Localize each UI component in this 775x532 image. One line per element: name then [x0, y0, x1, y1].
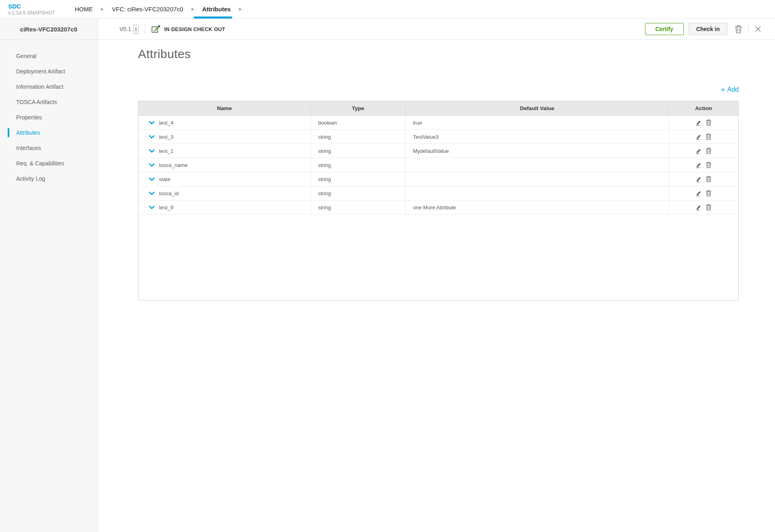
table-header-row: Name Type Default Value Action: [138, 101, 738, 116]
name-cell: tosca_name: [138, 158, 310, 172]
version-dropdown[interactable]: ▲ ▼: [133, 25, 139, 34]
lifecycle-status: IN DESIGN CHECK OUT: [151, 25, 225, 33]
name-cell: test_4: [138, 116, 310, 129]
sidebar-item-properties[interactable]: Properties: [0, 110, 97, 125]
edit-attribute-button[interactable]: [695, 134, 702, 140]
sidebar-item-information-artifact[interactable]: Information Artifact: [0, 79, 97, 94]
attribute-type: string: [310, 158, 405, 172]
checkin-button[interactable]: Check in: [689, 23, 727, 35]
name-cell: test_1: [138, 144, 310, 158]
component-title: ciRes-VFC203207c0: [0, 19, 98, 40]
trash-icon: [706, 148, 712, 154]
table-toolbar: + Add: [138, 85, 739, 94]
breadcrumb-tab[interactable]: VFC: ciRes-VFC203207c0: [112, 0, 183, 18]
sidebar-item-activity-log[interactable]: Activity Log: [0, 171, 97, 186]
delete-attribute-button[interactable]: [706, 148, 712, 154]
add-attribute-button[interactable]: + Add: [721, 86, 739, 94]
edit-attribute-button[interactable]: [695, 119, 702, 126]
delete-attribute-button[interactable]: [706, 204, 712, 211]
pencil-icon: [695, 148, 702, 154]
action-cell: [668, 144, 738, 158]
column-header: Type: [310, 101, 405, 115]
version-selector: V0.1 ▲ ▼: [119, 25, 139, 34]
edit-attribute-button[interactable]: [695, 148, 702, 154]
pencil-icon: [695, 190, 702, 196]
table-empty-area: [138, 215, 738, 300]
close-button[interactable]: [751, 26, 765, 32]
breadcrumb: HOME VFC: ciRes-VFC203207c0 Attributes: [75, 0, 242, 18]
attribute-default-value: [405, 172, 668, 186]
sidebar-item-deployment-artifact[interactable]: Deployment Artifact: [0, 64, 97, 79]
edit-attribute-button[interactable]: [695, 204, 702, 211]
sidebar-item-interfaces[interactable]: Interfaces: [0, 140, 97, 156]
expand-chevron-down-icon[interactable]: [149, 192, 155, 195]
table-row: state string: [138, 172, 738, 186]
toolbar-divider: [145, 24, 145, 34]
breadcrumb-tab[interactable]: Attributes: [202, 0, 231, 18]
attribute-type: boolean: [310, 116, 405, 129]
plus-icon: +: [721, 86, 725, 94]
action-cell: [668, 130, 738, 144]
action-cell: [668, 172, 738, 186]
attribute-name: tosca_id: [159, 190, 178, 196]
edit-attribute-button[interactable]: [695, 176, 702, 182]
delete-component-button[interactable]: [731, 25, 746, 33]
delete-attribute-button[interactable]: [706, 162, 712, 168]
trash-icon: [706, 134, 712, 140]
sidebar-item-tosca-artifacts[interactable]: TOSCA Artifacts: [0, 94, 97, 110]
expand-chevron-down-icon[interactable]: [149, 177, 155, 181]
attribute-name: test_1: [159, 148, 173, 154]
certify-button[interactable]: Certify: [645, 23, 684, 35]
breadcrumb-arrow-icon: [239, 7, 242, 11]
name-cell: state: [138, 172, 310, 186]
breadcrumb-tab[interactable]: HOME: [75, 0, 93, 18]
name-cell: test_3: [138, 130, 310, 144]
sidebar-item-attributes[interactable]: Attributes: [0, 125, 97, 140]
expand-chevron-down-icon[interactable]: [149, 206, 155, 209]
version-label: V0.1: [119, 26, 131, 32]
sidebar-item-req-capabilities[interactable]: Req. & Capabilities: [0, 156, 97, 171]
attribute-type: string: [310, 186, 405, 200]
pencil-icon: [695, 162, 702, 168]
expand-chevron-down-icon[interactable]: [149, 163, 155, 167]
status-label: IN DESIGN CHECK OUT: [164, 26, 225, 32]
attribute-type: string: [310, 200, 405, 214]
expand-chevron-down-icon[interactable]: [149, 135, 155, 139]
close-icon: [755, 26, 761, 32]
trash-icon: [706, 190, 712, 196]
pencil-icon: [695, 119, 702, 126]
delete-attribute-button[interactable]: [706, 134, 712, 140]
edit-attribute-button[interactable]: [695, 162, 702, 168]
table-row: tosca_id string: [138, 186, 738, 200]
action-cell: [668, 186, 738, 200]
name-cell: test_9: [138, 200, 310, 214]
pencil-icon: [695, 176, 702, 182]
delete-attribute-button[interactable]: [706, 119, 712, 126]
column-header: Name: [138, 101, 310, 115]
expand-chevron-down-icon[interactable]: [149, 121, 155, 125]
attribute-name: state: [159, 176, 170, 182]
table-row: test_4 boolean true: [138, 116, 738, 130]
edit-attribute-button[interactable]: [695, 190, 702, 196]
trash-icon: [706, 119, 712, 126]
checkout-icon: [151, 25, 160, 33]
sidebar-nav: General Deployment Artifact Information …: [0, 40, 98, 532]
table-row: test_9 string one More Attribute: [138, 200, 738, 215]
attribute-type: string: [310, 144, 405, 158]
action-cell: [668, 158, 738, 172]
attributes-table: Name Type Default Value Action test_4 bo…: [138, 101, 739, 300]
attribute-default-value: one More Attribute: [405, 200, 668, 214]
column-header: Action: [668, 101, 738, 115]
page-title: Attributes: [138, 46, 775, 63]
name-cell: tosca_id: [138, 186, 310, 200]
attribute-name: test_3: [159, 134, 173, 140]
toolbar: ciRes-VFC203207c0 V0.1 ▲ ▼ IN DESIGN CHE…: [0, 19, 775, 40]
sidebar-item-general[interactable]: General: [0, 48, 97, 64]
expand-chevron-down-icon[interactable]: [149, 149, 155, 153]
delete-attribute-button[interactable]: [706, 176, 712, 182]
trash-icon: [706, 176, 712, 182]
trash-icon: [706, 162, 712, 168]
delete-attribute-button[interactable]: [706, 190, 712, 196]
attribute-name: tosca_name: [159, 162, 188, 168]
attribute-type: string: [310, 130, 405, 144]
